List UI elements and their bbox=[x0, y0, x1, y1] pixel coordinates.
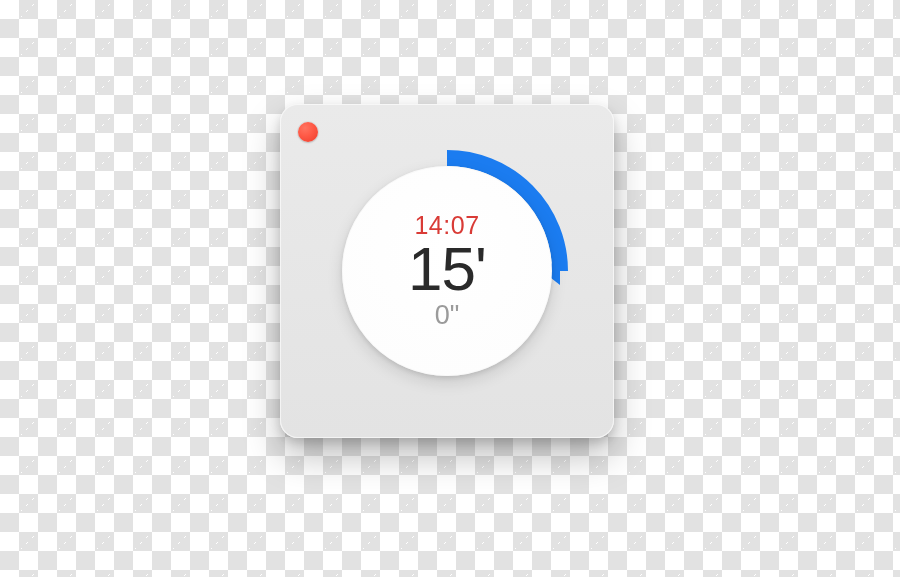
minutes-remaining: 15' bbox=[408, 236, 486, 301]
dial-face: 14:07 15' 0" bbox=[342, 166, 552, 376]
timer-widget-window: 14:07 15' 0" bbox=[280, 104, 614, 438]
timer-dial[interactable]: 14:07 15' 0" bbox=[324, 148, 570, 394]
close-button[interactable] bbox=[298, 122, 318, 142]
seconds-remaining: 0" bbox=[435, 300, 460, 331]
